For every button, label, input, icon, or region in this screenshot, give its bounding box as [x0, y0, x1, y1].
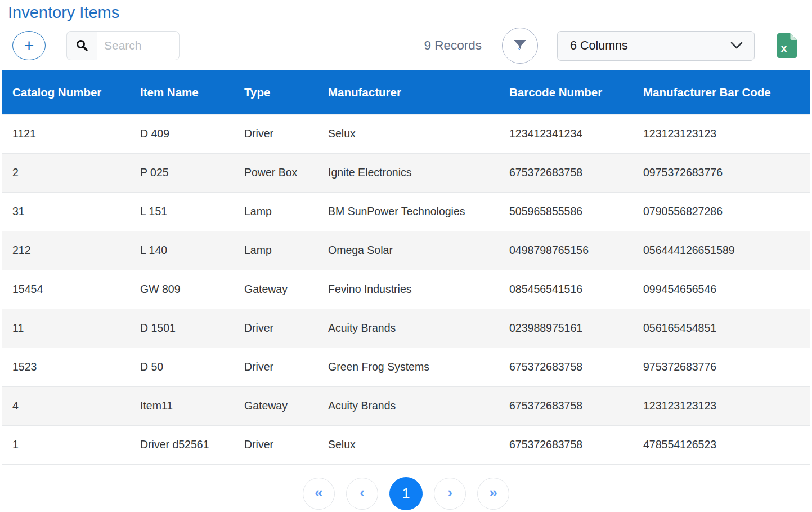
cell-catalog-number: 2	[2, 153, 140, 192]
cell-type: Power Box	[244, 153, 328, 192]
export-excel-button[interactable]: x	[777, 33, 797, 58]
cell-type: Gateway	[244, 270, 328, 309]
cell-item-name: L 151	[140, 192, 244, 231]
cell-manufacturer-bar-code: 0790556827286	[643, 192, 810, 231]
chevron-down-icon	[730, 42, 743, 50]
toolbar: + 9 Records 6 Columns x	[2, 28, 810, 64]
cell-manufacturer-bar-code: 0975372683776	[643, 153, 810, 192]
filter-button[interactable]	[502, 28, 538, 64]
cell-type: Driver	[244, 114, 328, 153]
search-group	[66, 31, 180, 60]
add-item-button[interactable]: +	[12, 31, 46, 60]
table-header-row: Catalog Number Item Name Type Manufactur…	[2, 70, 810, 114]
search-input[interactable]	[97, 31, 180, 60]
pagination-page-1-button[interactable]: 1	[389, 477, 423, 510]
cell-item-name: P 025	[140, 153, 244, 192]
cell-manufacturer-bar-code: 123123123123	[643, 114, 810, 153]
table-row[interactable]: 1523 D 50 Driver Green Frog Systems 6753…	[2, 348, 810, 386]
cell-barcode-number: 675372683758	[509, 348, 643, 386]
cell-manufacturer-bar-code: 478554126523	[643, 425, 810, 464]
cell-item-name: L 140	[140, 231, 244, 270]
pagination: « ‹ 1 › »	[2, 477, 810, 510]
cell-catalog-number: 4	[2, 386, 140, 425]
pagination-last-button[interactable]: »	[477, 478, 509, 510]
cell-type: Driver	[244, 309, 328, 348]
cell-type: Driver	[244, 348, 328, 386]
cell-manufacturer: Acuity Brands	[328, 386, 509, 425]
cell-catalog-number: 1523	[2, 348, 140, 386]
header-manufacturer: Manufacturer	[328, 70, 509, 114]
current-page-number: 1	[402, 486, 410, 502]
cell-item-name: D 409	[140, 114, 244, 153]
inventory-table: Catalog Number Item Name Type Manufactur…	[2, 70, 810, 465]
cell-catalog-number: 1121	[2, 114, 140, 153]
pagination-first-button[interactable]: «	[303, 478, 335, 510]
search-icon	[75, 39, 89, 52]
cell-barcode-number: 023988975161	[509, 309, 643, 348]
cell-manufacturer-bar-code: 975372683776	[643, 348, 810, 386]
next-page-icon: ›	[447, 484, 452, 501]
cell-item-name: Driver d52561	[140, 425, 244, 464]
page-title: Inventory Items	[8, 1, 810, 24]
table-row[interactable]: 15454 GW 809 Gateway Fevino Industries 0…	[2, 270, 810, 309]
table-row[interactable]: 1121 D 409 Driver Selux 123412341234 123…	[2, 114, 810, 153]
cell-manufacturer: Fevino Industries	[328, 270, 509, 309]
cell-manufacturer-bar-code: 123123123123	[643, 386, 810, 425]
cell-type: Lamp	[244, 192, 328, 231]
last-page-icon: »	[489, 484, 497, 501]
columns-dropdown[interactable]: 6 Columns	[557, 31, 755, 61]
cell-barcode-number: 675372683758	[509, 386, 643, 425]
table-row[interactable]: 2 P 025 Power Box Ignite Electronics 675…	[2, 153, 810, 192]
header-type: Type	[244, 70, 328, 114]
table-row[interactable]: 212 L 140 Lamp Omega Solar 0498798765156…	[2, 231, 810, 270]
cell-catalog-number: 15454	[2, 270, 140, 309]
cell-manufacturer-bar-code: 056165454851	[643, 309, 810, 348]
header-catalog-number: Catalog Number	[2, 70, 140, 114]
cell-manufacturer: Omega Solar	[328, 231, 509, 270]
cell-catalog-number: 1	[2, 425, 140, 464]
cell-barcode-number: 675372683758	[509, 153, 643, 192]
cell-catalog-number: 31	[2, 192, 140, 231]
cell-catalog-number: 212	[2, 231, 140, 270]
cell-manufacturer: BM SunPower Technologies	[328, 192, 509, 231]
table-row[interactable]: 4 Item11 Gateway Acuity Brands 675372683…	[2, 386, 810, 425]
cell-item-name: D 1501	[140, 309, 244, 348]
cell-manufacturer: Selux	[328, 425, 509, 464]
table-row[interactable]: 1 Driver d52561 Driver Selux 67537268375…	[2, 425, 810, 464]
cell-item-name: Item11	[140, 386, 244, 425]
header-item-name: Item Name	[140, 70, 244, 114]
plus-icon: +	[24, 37, 34, 54]
header-manufacturer-bar-code: Manufacturer Bar Code	[643, 70, 810, 114]
table-row[interactable]: 31 L 151 Lamp BM SunPower Technologies 5…	[2, 192, 810, 231]
header-barcode-number: Barcode Number	[509, 70, 643, 114]
pagination-prev-button[interactable]: ‹	[346, 478, 378, 510]
cell-barcode-number: 675372683758	[509, 425, 643, 464]
cell-type: Lamp	[244, 231, 328, 270]
first-page-icon: «	[315, 484, 322, 501]
pagination-next-button[interactable]: ›	[434, 478, 466, 510]
prev-page-icon: ‹	[360, 484, 365, 501]
cell-barcode-number: 505965855586	[509, 192, 643, 231]
cell-manufacturer: Acuity Brands	[328, 309, 509, 348]
excel-file-icon: x	[777, 33, 797, 58]
cell-manufacturer: Ignite Electronics	[328, 153, 509, 192]
records-count: 9 Records	[424, 38, 482, 53]
cell-item-name: GW 809	[140, 270, 244, 309]
cell-barcode-number: 085456541516	[509, 270, 643, 309]
table-row[interactable]: 11 D 1501 Driver Acuity Brands 023988975…	[2, 309, 810, 348]
columns-dropdown-value: 6 Columns	[570, 39, 628, 53]
cell-item-name: D 50	[140, 348, 244, 386]
filter-funnel-icon	[513, 39, 527, 52]
cell-manufacturer-bar-code: 099454656546	[643, 270, 810, 309]
svg-text:x: x	[781, 42, 787, 54]
cell-catalog-number: 11	[2, 309, 140, 348]
cell-barcode-number: 123412341234	[509, 114, 643, 153]
search-addon	[66, 31, 97, 60]
cell-type: Gateway	[244, 386, 328, 425]
cell-manufacturer: Selux	[328, 114, 509, 153]
cell-type: Driver	[244, 425, 328, 464]
cell-manufacturer: Green Frog Systems	[328, 348, 509, 386]
cell-manufacturer-bar-code: 056444126651589	[643, 231, 810, 270]
cell-barcode-number: 0498798765156	[509, 231, 643, 270]
